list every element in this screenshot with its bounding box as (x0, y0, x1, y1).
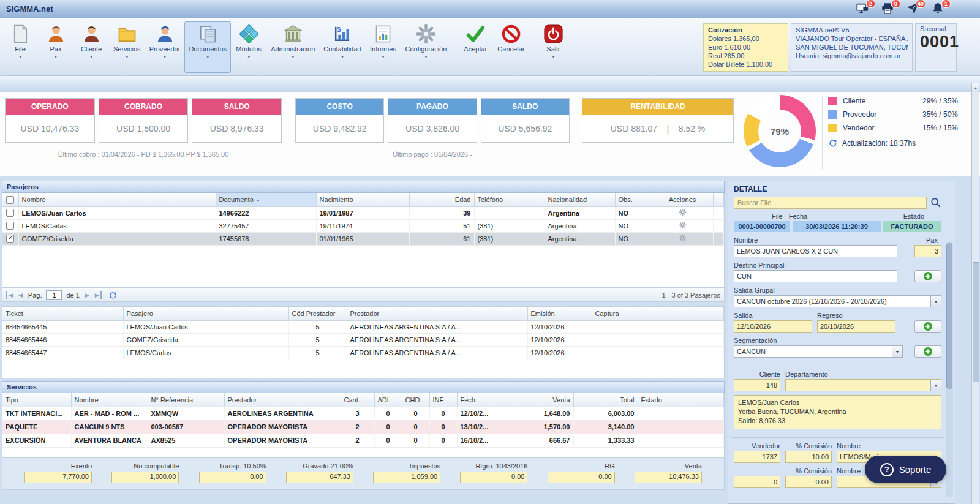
detail-scrollbar-thumb[interactable] (946, 243, 952, 389)
col-header-cantidad[interactable]: Cant... (341, 393, 374, 407)
add-segmentacion-button[interactable] (914, 345, 941, 358)
ticket-row[interactable]: 88454665447 LEMOS/Carlas 5 AEROLINEAS AR… (2, 346, 724, 359)
segmentacion-select[interactable]: CANCUN ▼ (734, 345, 903, 358)
printer-icon[interactable]: 0 (881, 2, 895, 17)
servicio-row[interactable]: TKT INTERNACI... AER - MAD - ROM ... XMM… (2, 407, 724, 420)
col-header-acciones[interactable]: Acciones (652, 193, 713, 206)
search-icon[interactable] (930, 197, 941, 208)
toolbar-servicios-button[interactable]: Servicios▼ (109, 21, 145, 73)
pasajero-row[interactable]: LEMOS/Juan Carlos 14966222 19/01/1987 39… (2, 206, 724, 219)
departamento-select[interactable]: ▼ (785, 379, 941, 391)
page-scrollbar-thumb[interactable] (973, 262, 979, 382)
destino-input[interactable]: CUN (734, 270, 897, 282)
next-page-button[interactable]: ▶ (84, 291, 91, 299)
toolbar-salir-button[interactable]: Salir▼ (535, 21, 571, 73)
col-header-obs[interactable]: Obs. (615, 193, 652, 206)
row-actions-gear-icon[interactable] (679, 234, 687, 242)
total-gravado-value[interactable]: 647.33 (286, 472, 353, 483)
col-header-documento[interactable]: Documento▼ (216, 193, 316, 206)
vendedor-codigo-input[interactable]: 1737 (734, 451, 780, 463)
page-scrollbar[interactable]: ▲ (971, 83, 979, 504)
toolbar-administracion-button[interactable]: Administración▼ (266, 21, 319, 73)
col-header-telefono[interactable]: Teléfono (474, 193, 545, 206)
file-search-input[interactable] (734, 197, 927, 209)
messages-icon[interactable]: 2 (856, 2, 870, 17)
toolbar-modulos-button[interactable]: Módulos▼ (231, 21, 266, 73)
total-no-computable-value[interactable]: 1,000.00 (111, 472, 179, 483)
detail-scrollbar[interactable] (946, 241, 953, 497)
refresh-grid-icon[interactable] (108, 291, 117, 299)
plane-icon[interactable]: 49 (906, 2, 921, 17)
promotor-codigo-input[interactable]: 0 (734, 476, 780, 488)
row-actions-gear-icon[interactable] (679, 221, 687, 229)
pasajero-row[interactable]: LEMOS/Carlas 32775457 19/11/1974 51 (381… (2, 219, 724, 232)
row-checkbox[interactable] (6, 222, 14, 230)
pax-input[interactable]: 3 (914, 245, 941, 257)
col-header-fecha[interactable]: Fech... (457, 393, 503, 407)
col-header-cod-prestador[interactable]: Cód Prestador (288, 307, 347, 320)
toolbar-aceptar-button[interactable]: Aceptar (458, 21, 493, 73)
col-header-chd[interactable]: CHD (402, 393, 429, 407)
toolbar-proveedor-button[interactable]: Proveedor▼ (145, 21, 185, 73)
salida-input[interactable]: 12/10/2026 (734, 320, 812, 333)
toolbar-informes-button[interactable]: Informes▼ (365, 21, 401, 73)
col-header-inf[interactable]: INF (429, 393, 457, 407)
col-header-estado[interactable]: Estado (638, 393, 724, 407)
col-header-pasajero[interactable]: Pasajero (123, 307, 288, 320)
col-header-prestador[interactable]: Prestador (224, 393, 341, 407)
select-all-header[interactable] (2, 193, 18, 206)
pasajero-row-selected[interactable]: GOMEZ/Griselda 17455678 01/01/1965 61 (3… (2, 232, 724, 245)
total-impuestos-value[interactable]: 1,059.00 (373, 472, 440, 483)
toolbar-file-button[interactable]: File▼ (2, 21, 38, 73)
regreso-input[interactable]: 20/10/2026 (817, 320, 895, 333)
col-header-edad[interactable]: Edad (409, 193, 474, 206)
page-number-input[interactable] (46, 290, 62, 300)
prev-page-button[interactable]: ◀ (17, 291, 24, 299)
total-transporte-value[interactable]: 0.00 (199, 472, 266, 483)
first-page-button[interactable]: ◀ (6, 291, 14, 299)
toolbar-pax-button[interactable]: Pax▼ (38, 21, 74, 73)
soporte-button[interactable]: ? Soporte (865, 456, 946, 483)
toolbar-cliente-button[interactable]: Cliente▼ (74, 21, 109, 73)
scroll-up-icon[interactable]: ▲ (972, 83, 979, 92)
col-header-nombre[interactable]: Nombre (71, 393, 148, 407)
toolbar-contabilidad-button[interactable]: $ Contabilidad▼ (319, 21, 365, 73)
col-header-nombre[interactable]: Nombre (18, 193, 216, 206)
total-rg-value[interactable]: 0.00 (548, 472, 615, 483)
col-header-referencia[interactable]: N° Referencia (148, 393, 224, 407)
promotor-comision-input[interactable]: 0.00 (785, 476, 832, 488)
servicio-row[interactable]: EXCURSIÓN AVENTURA BLANCA AX8525 OPERADO… (2, 434, 724, 447)
last-page-button[interactable]: ▶ (94, 291, 102, 299)
col-header-adl[interactable]: ADL (374, 393, 402, 407)
add-fechas-button[interactable] (914, 320, 941, 333)
cliente-codigo-input[interactable]: 148 (734, 379, 780, 391)
toolbar-documentos-button[interactable]: Documentos▼ (184, 21, 231, 73)
servicio-row[interactable]: PAQUETE CANCUN 9 NTS 003-00567 OPERADOR … (2, 420, 724, 434)
row-checkbox[interactable] (6, 235, 14, 243)
col-header-captura[interactable]: Captura (592, 307, 724, 320)
ticket-row[interactable]: 88454665445 LEMOS/Juan Carlos 5 AEROLINE… (2, 320, 724, 333)
toolbar-configuracion-button[interactable]: Configuración▼ (401, 21, 451, 73)
add-destino-button[interactable] (914, 270, 941, 282)
total-retencion-value[interactable]: 0.00 (460, 472, 527, 483)
row-actions-gear-icon[interactable] (679, 208, 687, 216)
refresh-icon[interactable] (828, 138, 837, 148)
col-header-venta[interactable]: Venta (503, 393, 573, 407)
col-header-total[interactable]: Total (573, 393, 638, 407)
bell-icon[interactable]: 1 (931, 2, 946, 17)
toolbar-cancelar-button[interactable]: Cancelar (493, 21, 529, 73)
col-header-prestador[interactable]: Prestador (347, 307, 527, 320)
total-venta-value[interactable]: 10,476.33 (635, 472, 702, 483)
col-header-nacionalidad[interactable]: Nacionalidad (545, 193, 615, 206)
col-header-tipo[interactable]: Tipo (2, 393, 71, 407)
salida-grupal-select[interactable]: CANCUN octubre 2026 (12/10/2026 - 20/10/… (734, 295, 941, 307)
col-header-ticket[interactable]: Ticket (2, 307, 123, 320)
select-all-checkbox[interactable] (6, 196, 14, 204)
col-header-nacimiento[interactable]: Nacimiento (316, 193, 409, 206)
col-header-emision[interactable]: Emisión (527, 307, 592, 320)
row-checkbox[interactable] (6, 209, 14, 217)
vendedor-comision-input[interactable]: 10.00 (785, 451, 832, 463)
total-exento-value[interactable]: 7,770.00 (24, 472, 92, 483)
ticket-row[interactable]: 88454665446 GOMEZ/Griselda 5 AEROLINEAS … (2, 333, 724, 346)
nombre-input[interactable]: LEMOS JUAN CARLOS X 2 CUN (734, 245, 897, 257)
